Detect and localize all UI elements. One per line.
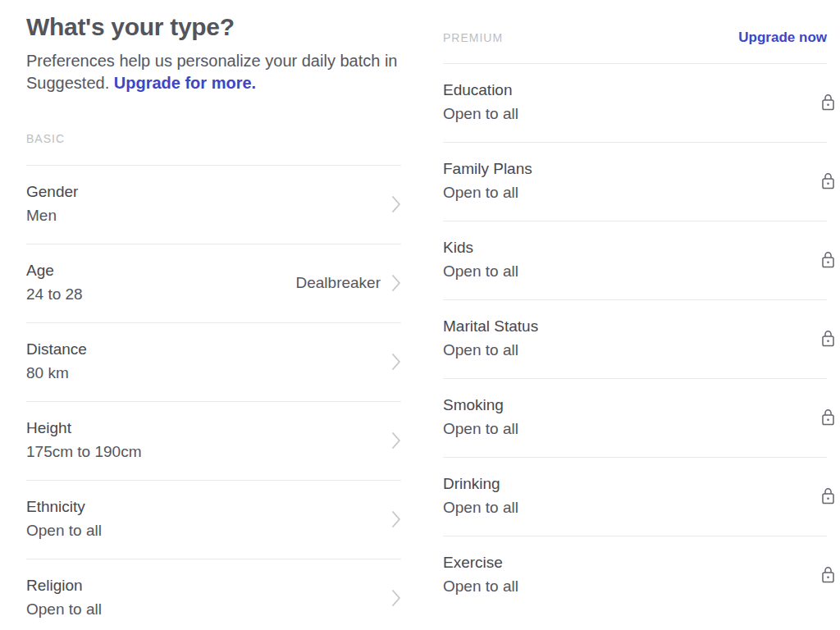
pref-value: Open to all — [443, 578, 518, 596]
pref-row-drinking[interactable]: Drinking Open to all — [443, 458, 827, 536]
basic-column: What's your type? Preferences help us pe… — [26, 0, 401, 630]
pref-value: 24 to 28 — [26, 285, 83, 304]
pref-row-education[interactable]: Education Open to all — [443, 64, 827, 143]
pref-value: Open to all — [443, 420, 518, 438]
pref-value: 80 km — [26, 364, 87, 382]
chevron-right-icon — [391, 274, 401, 292]
page-title: What's your type? — [26, 13, 401, 41]
lock-icon — [821, 172, 835, 190]
chevron-right-icon — [391, 195, 401, 213]
lock-icon — [821, 251, 835, 269]
pref-value: Open to all — [443, 184, 532, 202]
upgrade-now-link[interactable]: Upgrade now — [738, 30, 827, 46]
pref-row-ethnicity[interactable]: Ethnicity Open to all — [26, 481, 401, 559]
premium-column: PREMIUM Upgrade now Education Open to al… — [443, 0, 827, 630]
pref-label: Gender — [26, 183, 78, 201]
pref-row-height[interactable]: Height 175cm to 190cm — [26, 402, 401, 481]
upgrade-for-more-link[interactable]: Upgrade for more. — [114, 74, 256, 92]
pref-value: Men — [26, 207, 78, 225]
pref-label: Religion — [26, 577, 102, 595]
pref-row-exercise[interactable]: Exercise Open to all — [443, 536, 827, 614]
pref-row-family-plans[interactable]: Family Plans Open to all — [443, 143, 827, 221]
pref-label: Education — [443, 81, 518, 99]
pref-row-gender[interactable]: Gender Men — [26, 166, 401, 244]
pref-value: Open to all — [443, 262, 518, 281]
chevron-right-icon — [391, 510, 401, 528]
pref-value: Open to all — [26, 522, 102, 540]
premium-section-header-wrap: PREMIUM Upgrade now — [443, 0, 827, 64]
pref-row-smoking[interactable]: Smoking Open to all — [443, 379, 827, 458]
page-subtitle: Preferences help us personalize your dai… — [26, 50, 401, 94]
pref-row-marital-status[interactable]: Marital Status Open to all — [443, 300, 827, 379]
pref-label: Kids — [443, 239, 518, 257]
dealbreaker-badge: Dealbreaker — [296, 274, 381, 292]
chevron-right-icon — [391, 431, 401, 450]
lock-icon — [821, 409, 835, 427]
basic-section-header-wrap: BASIC — [26, 132, 401, 166]
pref-value: 175cm to 190cm — [26, 443, 141, 461]
lock-icon — [821, 566, 835, 584]
pref-label: Age — [26, 262, 83, 280]
chevron-right-icon — [391, 589, 401, 607]
pref-label: Smoking — [443, 396, 518, 414]
pref-row-age[interactable]: Age 24 to 28 Dealbreaker — [26, 244, 401, 323]
pref-label: Marital Status — [443, 317, 538, 336]
chevron-right-icon — [391, 353, 401, 371]
basic-section-header: BASIC — [26, 132, 401, 145]
pref-label: Family Plans — [443, 160, 532, 178]
lock-icon — [821, 330, 835, 348]
pref-value: Open to all — [26, 600, 102, 619]
pref-value: Open to all — [443, 499, 518, 517]
pref-label: Exercise — [443, 554, 518, 572]
pref-value: Open to all — [443, 105, 518, 123]
preferences-page: What's your type? Preferences help us pe… — [0, 0, 840, 630]
pref-label: Distance — [26, 340, 87, 358]
pref-value: Open to all — [443, 341, 538, 359]
lock-icon — [821, 487, 835, 505]
pref-label: Height — [26, 419, 141, 437]
premium-section-header: PREMIUM — [443, 31, 503, 44]
pref-row-religion[interactable]: Religion Open to all — [26, 559, 401, 630]
pref-label: Drinking — [443, 475, 518, 493]
pref-label: Ethnicity — [26, 498, 102, 516]
pref-row-distance[interactable]: Distance 80 km — [26, 323, 401, 402]
pref-row-kids[interactable]: Kids Open to all — [443, 221, 827, 300]
lock-icon — [821, 94, 835, 112]
